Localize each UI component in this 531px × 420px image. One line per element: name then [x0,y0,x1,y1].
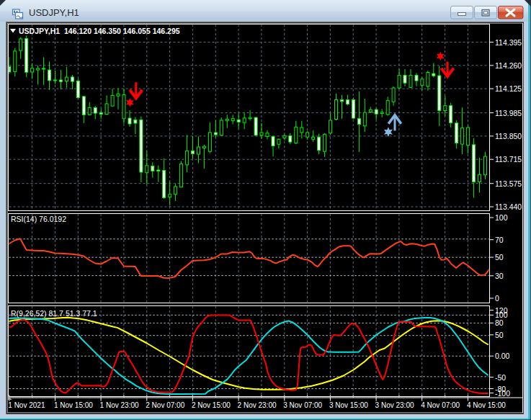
svg-text:-50: -50 [495,373,506,382]
svg-text:50: 50 [495,331,504,339]
svg-text:4 Nov 07:00: 4 Nov 07:00 [421,401,460,409]
svg-text:113.575: 113.575 [495,179,522,188]
svg-text:113.850: 113.850 [495,132,522,140]
svg-text:4 Nov 15:00: 4 Nov 15:00 [467,401,506,409]
svg-text:1 Nov 15:00: 1 Nov 15:00 [54,401,93,409]
svg-text:2 Nov 23:00: 2 Nov 23:00 [238,401,277,409]
svg-text:0: 0 [495,294,499,303]
svg-text:3 Nov 07:00: 3 Nov 07:00 [283,401,322,409]
svg-text:USDJPY,H1: USDJPY,H1 [29,7,79,18]
svg-text:114.395: 114.395 [495,38,522,47]
svg-text:R(9,26,52) 81.7 51.3 77.1: R(9,26,52) 81.7 51.3 77.1 [11,309,97,318]
svg-text:2 Nov 15:00: 2 Nov 15:00 [192,401,231,409]
svg-text:70: 70 [495,236,504,244]
svg-text:114.125: 114.125 [495,84,522,93]
svg-text:3 Nov 23:00: 3 Nov 23:00 [375,401,414,409]
svg-text:RSI(14) 76.0192: RSI(14) 76.0192 [11,215,66,223]
svg-text:1 Nov 2021: 1 Nov 2021 [8,401,45,409]
svg-text:113.440: 113.440 [495,202,522,211]
svg-text:114.260: 114.260 [495,61,522,70]
svg-text:30: 30 [495,272,504,280]
svg-text:113.715: 113.715 [495,155,522,164]
svg-text:113.985: 113.985 [495,109,522,117]
svg-text:2 Nov 07:00: 2 Nov 07:00 [146,401,184,409]
svg-text:100: 100 [495,213,508,222]
svg-text:0.00: 0.00 [495,352,510,360]
svg-text:1 Nov 23:00: 1 Nov 23:00 [100,401,139,409]
svg-text:3 Nov 15:00: 3 Nov 15:00 [329,401,368,409]
svg-text:50: 50 [495,253,504,262]
svg-text:-100: -100 [495,389,510,398]
svg-text:80: 80 [495,318,504,327]
svg-text:USDJPY,H1 146.120 146.350 146: USDJPY,H1 146.120 146.350 146.055 146.29… [19,27,180,35]
